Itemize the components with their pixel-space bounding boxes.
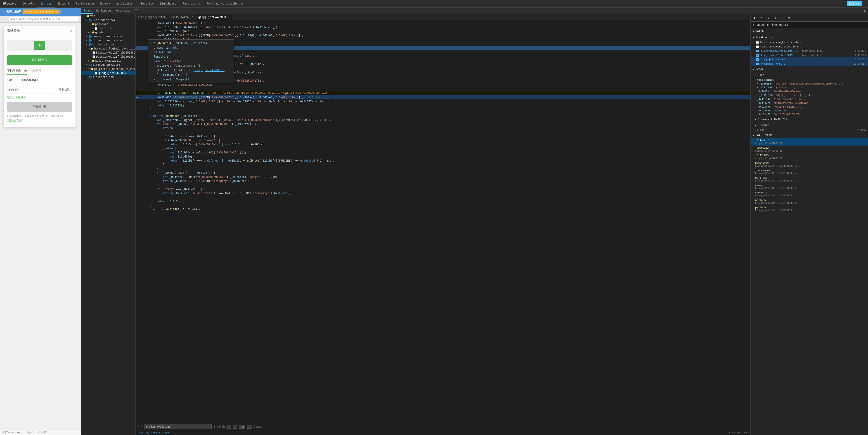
footer-about[interactable]: 关于Qunar.com — [2, 431, 20, 434]
expand-15c356-icon[interactable]: ▶ — [757, 94, 758, 97]
breakpoint-item-1[interactable]: PCLogin@6ac20ffeb250158... (function(e){… — [751, 49, 868, 53]
footer-jobs[interactable]: 出差合作 — [24, 431, 34, 434]
closure2-header[interactable]: ▶ Closure — [751, 122, 868, 128]
step-over-btn[interactable]: ↷ — [759, 15, 765, 20]
sub-tab-page[interactable]: Page — [82, 8, 93, 14]
resume-icon[interactable]: ▶ — [52, 10, 54, 13]
footer-join[interactable]: 加入我们 — [37, 431, 48, 434]
tree-item-q-qunarzz[interactable]: ▼ 🌐 q.qunarzz.com — [82, 42, 135, 46]
code-input[interactable] — [7, 86, 55, 94]
tab-security[interactable]: Security — [137, 0, 157, 7]
tree-item-user-qunar[interactable]: ▼ 🌐 user.qunar.com — [82, 18, 135, 22]
format-btn[interactable]: { } — [858, 9, 863, 12]
tab-performance[interactable]: Performance — [73, 0, 97, 7]
pause-uncaught-checkbox[interactable] — [756, 41, 759, 44]
tree-item-picbed[interactable]: ▶ 🌐 picbed.qunarzz.com — [82, 38, 135, 42]
breakpoints-header[interactable]: ▼ Breakpoints — [751, 34, 868, 40]
match-case-btn[interactable]: Aa — [239, 425, 245, 429]
voice-code-btn[interactable]: 获取语音验证码 — [7, 96, 72, 99]
source-code-content[interactable]: ▶ f _0x26cf34(_0x4800e6, _0x572efb) argu… — [136, 20, 750, 423]
pause-caught-item[interactable]: Pause on caught exceptions — [751, 44, 868, 49]
scope-header[interactable]: ▼ Scope — [751, 66, 868, 72]
tree-item-passport[interactable]: ▼ 📁 passport — [82, 22, 135, 26]
more-sources-btn[interactable]: >> — [134, 8, 140, 14]
source-tab-qlogj[interactable]: qlogj.js?t=472800 × — [196, 14, 232, 20]
call-stack-item-4[interactable]: (anonymous) PCLogin@6ac20ff...015894124.… — [751, 168, 868, 175]
phone-input[interactable] — [18, 77, 72, 84]
tooltip-expand-icon[interactable]: ▶ — [151, 41, 152, 45]
tooltip-proto2-expand[interactable]: ▶ — [154, 73, 155, 77]
remote-debug-btn[interactable]: 插插上传 — [847, 1, 862, 6]
tree-item-pf-piccolo[interactable]: ▼ 📁 pf_piccolo_defense_fe_0001 — [82, 67, 135, 71]
source-tab-pclogin[interactable]: PCLogin@6ac20ffeb...25015894124.js — [136, 14, 196, 20]
step-out-btn[interactable]: ↑ — [773, 15, 778, 20]
submit-login-btn[interactable]: 登录/注册 — [7, 102, 72, 112]
call-stack-item-2[interactable]: _0x47bb39 qlogj.js?t=472800:16 — [751, 153, 868, 161]
search-cancel-btn[interactable]: Cancel — [254, 425, 262, 428]
search-input[interactable] — [144, 424, 212, 429]
resend-btn[interactable]: 重新获取 — [57, 86, 72, 94]
bp3-checkbox[interactable] — [756, 58, 759, 61]
resume-btn[interactable]: ▶ — [752, 15, 758, 20]
tooltip-proto-expand[interactable]: ▶ — [154, 64, 155, 68]
deactivate-btn[interactable]: ⊘ — [786, 15, 792, 20]
tree-item-pclogin1[interactable]: 📄 PCLogin@6ac20ffeb25015894124 — [82, 51, 135, 55]
tab-phone-login[interactable]: 手机号登录/注册 — [7, 68, 27, 74]
slider-verify[interactable]: ⟫ — [7, 39, 72, 51]
breakpoint-item-4[interactable]: _0x53e5d5[_0x5... 16:148154 — [751, 62, 868, 66]
call-stack-item-5[interactable]: notifyAll PCLogin@6ac20ff...015894124.js… — [751, 175, 868, 183]
tree-item-common[interactable]: ▶ 🌐 common.qunarzz.com — [82, 34, 135, 38]
verify-btn[interactable]: 验证码发送 — [7, 55, 72, 65]
bp1-checkbox[interactable] — [756, 50, 759, 53]
search-prev-btn[interactable]: ↑ — [226, 425, 231, 429]
tab-application[interactable]: Application — [113, 0, 137, 7]
tree-item-login-jsp[interactable]: 📄 login.jsp — [82, 26, 135, 30]
country-code[interactable]: 86 — [7, 77, 16, 84]
call-stack-item-0[interactable]: _0x14dcbf qlogj.js?t=472800:16 — [751, 138, 868, 145]
tree-item-homepage[interactable]: ▼ 📁 homepage_login/prd/scripts — [82, 46, 135, 51]
tooltip-scopes-expand[interactable]: ▶ — [154, 77, 155, 81]
tree-item-top[interactable]: ▼ 📁 top — [82, 14, 135, 18]
tree-item-qcode[interactable]: ▶ 📁 qcode — [82, 30, 135, 34]
call-stack-item-7[interactable]: closeAll PCLogin@6ac20ff...015894124.js:… — [751, 190, 868, 198]
regex-btn[interactable]: .* — [247, 425, 252, 429]
back-btn[interactable]: ← — [2, 18, 3, 21]
call-stack-item-1[interactable]: _0x398212 qlogj.js?t=472800:16 — [751, 145, 868, 153]
tree-item-wza[interactable]: ▶ 📁 wza/prd/20220112 — [82, 59, 135, 63]
sub-tab-overrides[interactable]: Overrides — [114, 8, 134, 14]
search-next-btn[interactable]: ↓ — [233, 425, 238, 429]
tab-sources[interactable]: Sources — [37, 0, 55, 7]
local-scope-header[interactable]: ▼ Local — [751, 72, 868, 78]
tree-item-qimgs[interactable]: ▼ 🌐 qimgs.qunarzz.com — [82, 63, 135, 67]
tab-network[interactable]: Network — [55, 0, 73, 7]
tab-lighthouse[interactable]: Lighthouse — [157, 0, 180, 7]
step-btn[interactable]: → — [780, 15, 785, 20]
call-stack-item-9[interactable]: perform PCLogin@6ac20ff...015894124.js:1 — [751, 205, 868, 213]
split-btn[interactable]: ⊟ — [864, 9, 866, 13]
breakpoint-item-2[interactable]: PCLogin@6ac20ffeb250158... (function(e){… — [751, 53, 868, 57]
step-icon[interactable]: ⏭ — [55, 10, 57, 13]
bp2-checkbox[interactable] — [756, 54, 759, 57]
breakpoint-item-3[interactable]: qlogj.js?t=472800 16:138671 — [751, 57, 868, 62]
watch-header[interactable]: ▶ Watch — [751, 28, 868, 34]
tab-recorder[interactable]: Recorder ⌲ — [180, 0, 203, 7]
tab-password-login[interactable]: 密码登录 — [31, 68, 41, 74]
call-stack-item-6[interactable]: close PCLogin@6ac20ff...015894124.js:1 — [751, 183, 868, 190]
refresh-btn[interactable]: ↻ — [6, 18, 8, 21]
step-into-btn[interactable]: ↓ — [766, 15, 771, 20]
expand-4d553-icon[interactable]: ▶ — [757, 82, 758, 85]
call-stack-header[interactable]: ▼ Call Stack — [751, 132, 868, 138]
modal-close-btn[interactable]: × — [70, 29, 72, 33]
tab-memory[interactable]: Memory — [97, 0, 113, 7]
tree-item-pclogin2[interactable]: 📄 PCLogin@6ac20ffeb25015894124 — [82, 55, 135, 59]
pause-caught-checkbox[interactable] — [756, 45, 759, 48]
closure1-header[interactable]: ▶ Closure (_0x398212) — [751, 116, 868, 122]
tooltip-fn-loc-val[interactable]: qlogj.js?t=472800:1 — [193, 68, 224, 72]
tab-console[interactable]: Console — [20, 0, 37, 7]
close-tab-btn[interactable]: × — [228, 15, 229, 19]
call-stack-item-3[interactable]: n.getCode PCLogin@6ac20ff...015894124.js… — [751, 161, 868, 168]
expand-4fb8ac-icon[interactable]: ▶ — [757, 86, 758, 89]
bp4-checkbox[interactable] — [756, 63, 759, 65]
tree-item-qlogj[interactable]: 📄 qlogj.js?t=472800 — [82, 71, 135, 75]
sub-tab-workspace[interactable]: Workspace — [93, 8, 114, 14]
